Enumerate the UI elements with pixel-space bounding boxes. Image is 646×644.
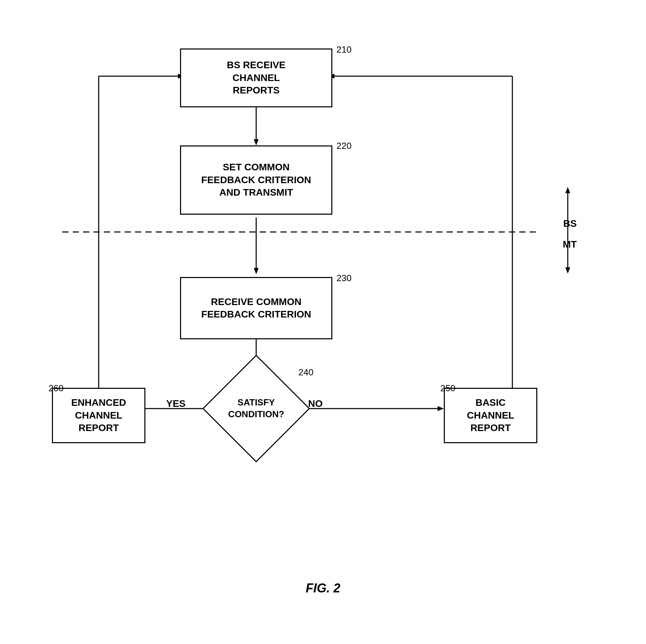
box-250: BASIC CHANNEL REPORT: [444, 388, 537, 443]
ref-220: 220: [337, 141, 351, 151]
diagram-container: BS RECEIVE CHANNEL REPORTS 210 SET COMMO…: [35, 21, 611, 609]
svg-marker-3: [254, 268, 259, 274]
figure-caption: FIG. 2: [35, 581, 611, 596]
diamond-240-wrapper: SATISFY CONDITION?: [218, 370, 294, 447]
box-230-label: RECEIVE COMMON FEEDBACK CRITERION: [201, 296, 311, 321]
box-210: BS RECEIVE CHANNEL REPORTS: [180, 48, 332, 107]
box-230: RECEIVE COMMON FEEDBACK CRITERION: [180, 277, 332, 339]
mt-label: MT: [563, 239, 577, 250]
box-260-label: ENHANCED CHANNEL REPORT: [71, 396, 126, 434]
svg-marker-1: [254, 139, 259, 145]
box-260: ENHANCED CHANNEL REPORT: [52, 388, 145, 443]
ref-240: 240: [298, 367, 313, 378]
svg-marker-17: [565, 187, 570, 193]
box-220: SET COMMON FEEDBACK CRITERION AND TRANSM…: [180, 145, 332, 215]
no-label: NO: [308, 398, 323, 409]
yes-label: YES: [166, 398, 186, 409]
ref-260: 260: [48, 383, 63, 394]
ref-250: 250: [440, 383, 455, 394]
svg-marker-18: [565, 267, 570, 274]
ref-230: 230: [337, 273, 351, 284]
bs-label: BS: [563, 218, 577, 229]
box-220-label: SET COMMON FEEDBACK CRITERION AND TRANSM…: [201, 161, 311, 199]
box-250-label: BASIC CHANNEL REPORT: [467, 396, 514, 434]
diamond-240-text: SATISFY CONDITION?: [218, 370, 294, 447]
box-210-label: BS RECEIVE CHANNEL REPORTS: [227, 59, 286, 97]
ref-210: 210: [337, 44, 351, 55]
svg-marker-9: [438, 406, 444, 411]
